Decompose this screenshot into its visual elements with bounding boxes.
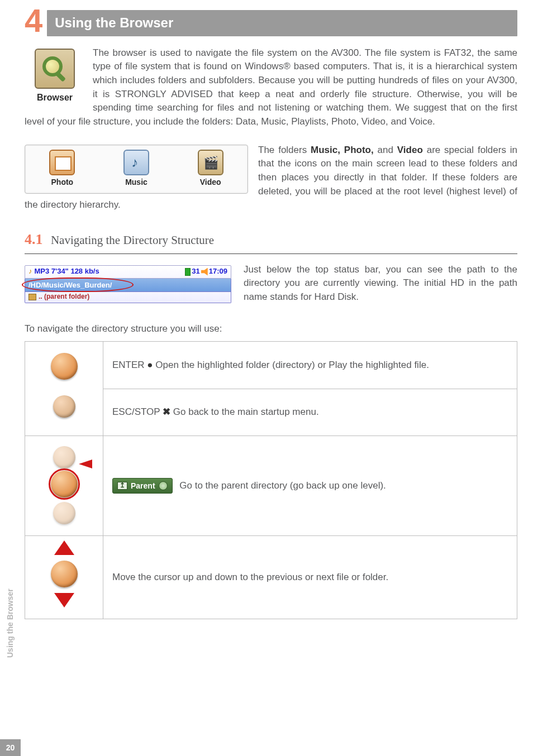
pad-down-icon [53,502,75,524]
table-row: ENTER ● Open the highlighted folder (dir… [25,342,517,389]
section-title: Navigating the Directory Structure [51,233,214,247]
status-left: ♪ MP3 7'34" 128 kb/s [28,266,99,277]
folder-label: Video [198,176,223,188]
folder-video: Video [198,150,223,188]
table-row: Move the cursor up and down to the previ… [25,536,517,619]
speaker-icon [201,268,208,276]
music-icon [123,150,149,175]
intro-paragraph: The browser is used to navigate the file… [25,46,517,129]
nav-pad-updown [25,536,103,619]
magnifier-icon [35,49,75,89]
nav-pad-enter-esc [25,342,103,436]
section-header: 4.1 Navigating the Directory Structure [25,229,517,250]
parent-folder-row: .. (parent folder) [25,292,231,303]
folder-photo: Photo [49,150,75,188]
folder-music: Music [123,150,149,188]
disc-icon [159,481,168,490]
updown-description: Move the cursor up and down to the previ… [103,536,517,619]
nav-pad-left [25,436,103,536]
triangle-up-icon [54,540,74,555]
chapter-header: 4 Using the Browser [25,10,517,36]
folder-strip: Photo Music Video [25,145,248,194]
triangle-down-icon [54,593,74,607]
folder-label: Music [123,176,149,188]
battery-icon [185,268,191,276]
red-arrow-icon [79,460,92,468]
parent-chip: ↥ Parent [112,478,173,494]
page-number: 20 [0,739,21,756]
controls-table: ENTER ● Open the highlighted folder (dir… [25,341,517,619]
intro-block: Browser The browser is used to navigate … [25,46,517,129]
controls-intro: To navigate the directory structure you … [25,322,517,336]
pad-center-icon [51,561,78,587]
up-arrow-icon: ↥ [117,482,127,490]
photo-icon [49,150,75,175]
path-row: /HD/Music/Wes_Burden/ [25,279,231,292]
browser-caption: Browser [25,91,85,104]
table-row: ↥ Parent Go to the parent directory (go … [25,436,517,536]
clock: 17:09 [209,266,227,277]
enter-description: ENTER ● Open the highlighted folder (dir… [103,342,517,389]
esc-button-icon [53,395,75,418]
video-icon [198,150,223,175]
esc-description: ESC/STOP ✖ Go back to the main startup m… [103,389,517,436]
folders-block: Photo Music Video The folders Music, Pho… [25,143,517,212]
battery-percent: 31 [192,266,199,277]
chapter-number: 4 [25,8,42,36]
nav-pad-figure [39,544,90,611]
nav-pad-figure [39,444,90,528]
pad-center-icon [51,471,78,497]
enter-button-icon [51,353,78,380]
path-text: /HD/Music/Wes_Burden/ [28,281,112,289]
nav-pad-figure [39,350,90,428]
path-figure: ♪ MP3 7'34" 128 kb/s 31 17:09 /HD/Music/… [25,265,231,303]
sidebar-tab: Using the Browser 20 [0,572,21,756]
music-note-icon: ♪ [28,266,32,277]
chapter-title: Using the Browser [47,10,517,36]
parent-chip-label: Parent [131,480,155,491]
status-right: 31 17:09 [185,266,227,277]
sidebar-section-label: Using the Browser [0,584,21,735]
pad-up-icon [53,446,75,468]
parent-description: ↥ Parent Go to the parent directory (go … [103,436,517,536]
section-underline [25,253,517,254]
up-folder-icon [28,294,36,300]
status-bar: ♪ MP3 7'34" 128 kb/s 31 17:09 [25,265,231,279]
status-block: ♪ MP3 7'34" 128 kb/s 31 17:09 /HD/Music/… [25,263,517,304]
browser-icon-box: Browser [25,49,85,104]
folder-label: Photo [49,176,75,188]
section-number: 4.1 [25,231,43,247]
status-text: MP3 7'34" 128 kb/s [35,266,99,277]
parent-folder-label: .. (parent folder) [39,292,89,302]
